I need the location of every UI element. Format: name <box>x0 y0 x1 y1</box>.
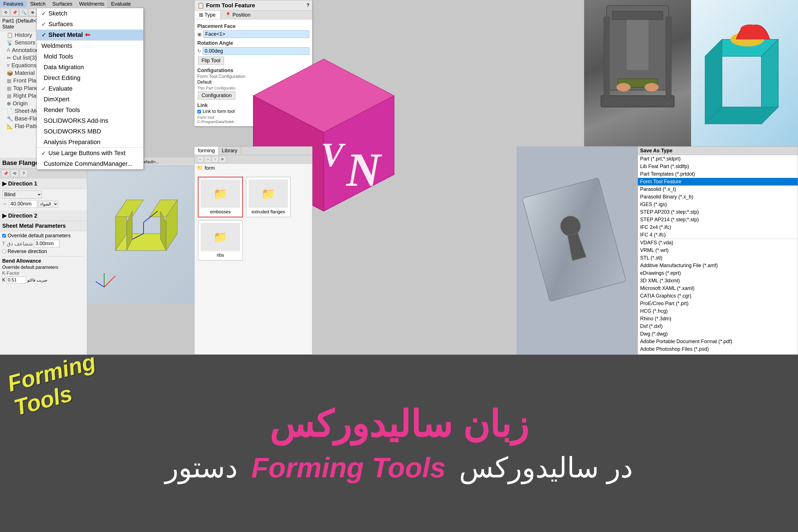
menu-item-sw-addins[interactable]: SOLIDWORKS Add-Ins <box>37 115 143 126</box>
file-item-17[interactable]: 3D XML (*.3dxml) <box>638 277 798 285</box>
menu-evaluate[interactable]: Evaluate <box>108 1 134 7</box>
bottom-section: Forming Tools زبان ساليدورکس دستور Formi… <box>0 355 798 532</box>
browser-tabs: forming Library <box>194 147 312 155</box>
depth-input[interactable] <box>9 200 37 208</box>
file-item-2[interactable]: Part Templates (*.prtdot) <box>638 170 798 178</box>
menu-item-customize[interactable]: Customize CommandManager... <box>37 158 143 169</box>
file-item-25[interactable]: Adobe Portable Document Format (*.pdf) <box>638 338 798 345</box>
ribs-label: ribs <box>201 253 240 258</box>
file-list-panel: Save As Type Part (*.prt;*.sldprt) Lib F… <box>638 146 798 355</box>
file-item-19[interactable]: CATIA Graphics (*.cgr) <box>638 292 798 300</box>
menu-item-mold-tools[interactable]: Mold Tools <box>37 51 143 62</box>
link-checkbox[interactable] <box>197 110 201 113</box>
file-item-3[interactable]: Form Tool Feature <box>638 178 798 186</box>
thumb-ribs[interactable]: 📁 ribs <box>198 220 243 261</box>
arabic-title: زبان ساليدورکس <box>269 403 528 445</box>
menu-item-sheet-metal[interactable]: Sheet Metal ⇐ <box>37 30 143 40</box>
file-item-14[interactable]: STL (*.stl) <box>638 254 798 262</box>
embosses-folder-icon: 📁 <box>213 187 227 201</box>
file-item-5[interactable]: Parasolid Binary (*.x_b) <box>638 193 798 201</box>
menu-item-direct-editing[interactable]: Direct Editing <box>37 73 143 83</box>
subtitle-suffix: در ساليدورکس <box>459 452 633 483</box>
file-item-0[interactable]: Part (*.prt;*.sldprt) <box>638 155 798 163</box>
form-tool-help[interactable]: ? <box>306 3 309 8</box>
menu-weldments[interactable]: Weldments <box>76 1 108 7</box>
menu-item-data-migration[interactable]: Data Migration <box>37 62 143 73</box>
file-item-23[interactable]: Dxf (*.dxf) <box>638 323 798 330</box>
menu-item-render-tools[interactable]: Render Tools <box>37 105 143 115</box>
menu-item-dimxpert[interactable]: DimXpert <box>37 94 143 105</box>
toolbar-btn-3[interactable]: 🔍 <box>20 9 27 16</box>
file-item-1[interactable]: Lib Feat Part (*.sldlfp) <box>638 163 798 170</box>
reverse-checkbox[interactable] <box>2 250 6 253</box>
prop-tool-2[interactable]: ⟲ <box>11 170 19 177</box>
menu-item-weldments[interactable]: Weldments <box>37 40 143 51</box>
direction1-section: ▶ Direction 1 <box>0 178 87 189</box>
blind-select[interactable]: Blind <box>2 191 42 198</box>
thumb-extruded-flanges[interactable]: 📁 extruded flanges <box>246 177 291 217</box>
file-item-13[interactable]: VRML (*.wrl) <box>638 247 798 254</box>
placement-face-input[interactable] <box>203 31 309 38</box>
file-item-7[interactable]: STEP AP203 (*.step;*.stp) <box>638 208 798 216</box>
browser-nav: ← → ↑ ⟳ <box>194 155 312 164</box>
override-checkbox[interactable] <box>2 234 6 238</box>
menu-features[interactable]: Features <box>0 1 27 7</box>
toolbar-btn-4[interactable]: ⊕ <box>29 9 37 16</box>
browser-refresh[interactable]: ⟳ <box>219 156 226 163</box>
tab-position[interactable]: 📍 Position <box>221 11 255 19</box>
menu-item-evaluate[interactable]: Evaluate <box>37 83 143 94</box>
browser-panel: forming Library ← → ↑ ⟳ 📁 form 📁 embosse… <box>194 146 312 355</box>
thickness-input[interactable] <box>34 240 59 247</box>
subtitle-forming-tools: Forming Tools <box>251 452 446 483</box>
file-item-8[interactable]: STEP AP214 (*.step;*.stp) <box>638 216 798 224</box>
thickness-icon: T <box>2 241 5 246</box>
file-item-21[interactable]: HCG (*.hcg) <box>638 307 798 315</box>
browser-tab-library[interactable]: Library <box>218 147 241 155</box>
menu-item-large-buttons[interactable]: Use Large Buttons with Text <box>37 148 143 158</box>
cad-model-photo <box>691 0 798 146</box>
menu-sketch[interactable]: Sketch <box>27 1 49 7</box>
blind-row: Blind ↔ الشواء <box>0 189 87 211</box>
thumb-embosses[interactable]: 📁 embosses <box>198 177 243 217</box>
menu-item-surfaces[interactable]: Surfaces <box>37 19 143 30</box>
menu-item-analysis-prep[interactable]: Analysis Preparation <box>37 137 143 148</box>
k-factor-input[interactable] <box>6 277 26 283</box>
file-item-15[interactable]: Additive Manufacturing File (*.amf) <box>638 262 798 269</box>
toolbar-btn-1[interactable]: ⟲ <box>2 9 10 16</box>
svg-line-12 <box>96 282 104 287</box>
svg-marker-3 <box>115 200 144 217</box>
file-item-10[interactable]: IFC 4 (*.ifc) <box>638 231 798 239</box>
browser-up[interactable]: ↑ <box>212 156 218 163</box>
k-factor-icon: K <box>2 278 5 283</box>
browser-tree-root[interactable]: 📁 form <box>194 164 312 172</box>
file-item-26[interactable]: Adobe Photoshop Files (*.psd) <box>638 345 798 353</box>
model-area-top <box>584 0 798 146</box>
file-item-18[interactable]: Microsoft XAML (*.xaml) <box>638 285 798 292</box>
file-item-24[interactable]: Dwg (*.dwg) <box>638 330 798 338</box>
prop-tool-1[interactable]: 📌 <box>2 170 10 177</box>
depth-icon: ↔ <box>2 201 7 207</box>
browser-tab-forming[interactable]: forming <box>194 147 218 155</box>
browser-next[interactable]: → <box>204 156 211 163</box>
form-tool-header: 📋 Form Tool Feature ? <box>194 0 312 11</box>
default-params-label: Override default parameters <box>2 265 85 270</box>
flip-tool-btn[interactable]: Flip Tool <box>198 57 224 65</box>
direction1-title: ▶ Direction 1 <box>2 180 85 187</box>
browser-prev[interactable]: ← <box>197 156 204 163</box>
menu-item-sw-mbd[interactable]: SOLIDWORKS MBD <box>37 126 143 137</box>
file-item-20[interactable]: ProE/Creo Part (*.prt) <box>638 300 798 307</box>
menu-surfaces[interactable]: Surfaces <box>49 1 76 7</box>
file-item-9[interactable]: IFC 2x4 (*.ifc) <box>638 224 798 231</box>
menu-item-sketch[interactable]: Sketch <box>37 8 143 19</box>
file-item-6[interactable]: IGES (*.igs) <box>638 201 798 208</box>
file-item-4[interactable]: Parasolid (*.x_t) <box>638 186 798 193</box>
file-item-22[interactable]: Rhino (*.3dm) <box>638 315 798 323</box>
file-item-16[interactable]: eDrawings (*.eprt) <box>638 269 798 277</box>
subtitle-prefix: دستور <box>165 452 238 483</box>
file-item-12[interactable]: VDAFS (*.vda) <box>638 239 798 247</box>
toolbar-btn-2[interactable]: 📌 <box>11 9 19 16</box>
prop-tool-3[interactable]: ? <box>20 170 27 177</box>
depth-unit-select[interactable]: الشواء <box>38 201 58 207</box>
viewport-area: ← → ⟳ Part1 (Default<<Default>... <box>87 158 194 304</box>
tab-type[interactable]: ⊞ Type <box>194 11 221 19</box>
